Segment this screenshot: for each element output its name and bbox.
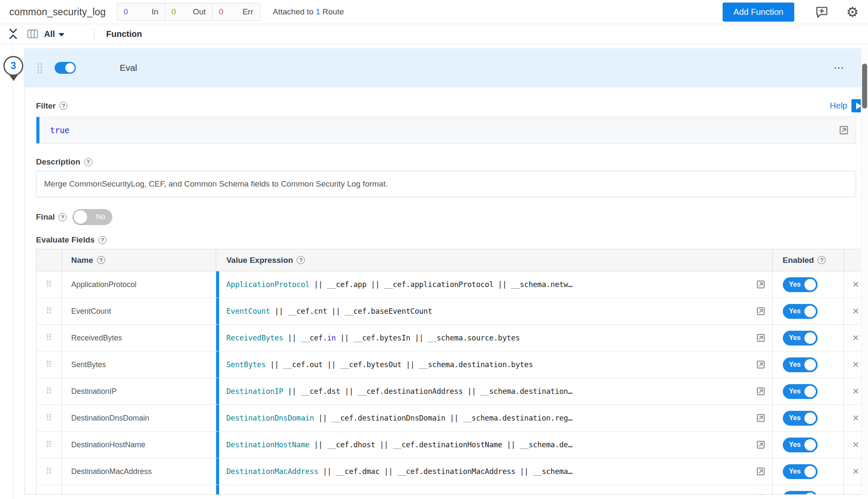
row-drag-handle[interactable]: ⠿ [36,432,62,458]
description-label: Description [36,157,81,167]
name-help-icon[interactable]: ? [97,256,105,264]
expression-text: SentBytes || __cef.out || __cef.bytesOut… [226,360,533,369]
description-help-icon[interactable]: ? [84,158,92,166]
row-drag-handle[interactable]: ⠿ [36,298,62,325]
remove-row-icon[interactable]: ✕ [852,280,860,289]
remove-row-icon[interactable]: ✕ [852,360,860,369]
row-drag-handle[interactable]: ⠿ [36,271,62,298]
field-name-cell[interactable] [62,485,216,495]
value-expression-cell[interactable]: DestinationMacAddress || __cef.dmac || _… [216,458,773,485]
enabled-toggle[interactable]: Yes [783,277,818,292]
filter-expression-input[interactable]: true [36,117,856,144]
final-toggle[interactable]: No [72,209,112,225]
pipeline-content: 3 ⣿ Eval ⋯ Filter ? Help [0,44,868,499]
help-link[interactable]: Help [830,99,865,112]
field-name-cell[interactable]: DestinationMacAddress [62,458,216,485]
enabled-toggle[interactable]: Yes [783,357,818,372]
expression-text: EventCount || __cef.cnt || __cef.baseEve… [226,307,432,315]
value-expression-cell[interactable]: EventCount || __cef.cnt || __cef.baseEve… [216,298,773,325]
expand-expression-icon[interactable] [755,306,766,317]
enabled-toggle-label: Yes [789,334,801,342]
function-card-header: ⣿ Eval ⋯ [25,48,868,87]
drag-handle-icon: ⠿ [46,413,52,423]
enabled-toggle[interactable]: Yes [783,438,818,452]
filter-help-icon[interactable]: ? [59,102,67,110]
scrollbar-thumb[interactable] [862,64,867,109]
remove-row-icon[interactable]: ✕ [852,413,860,423]
field-name: SentBytes [71,360,106,369]
expand-expression-icon[interactable] [755,466,766,477]
field-name-cell[interactable]: DestinationHostName [62,432,216,458]
value-expression-cell[interactable]: DestinationIP || __cef.dst || __cef.dest… [216,378,773,405]
expression-help-icon[interactable]: ? [297,256,305,264]
function-drag-handle-icon[interactable]: ⣿ [36,63,44,73]
out-count: 0 [172,7,176,17]
function-enabled-toggle[interactable] [55,62,76,74]
divider [94,28,95,40]
expand-expression-icon[interactable] [755,413,766,424]
enabled-toggle[interactable] [783,491,818,495]
table-row: ⠿ DestinationDnsDomain DestinationDnsDom… [36,405,868,432]
add-comment-button[interactable] [815,5,829,19]
expand-expression-icon[interactable] [755,279,766,290]
expand-expression-icon[interactable] [755,359,766,370]
remove-row-icon[interactable]: ✕ [852,467,860,476]
function-group-dropdown[interactable]: All [44,29,64,39]
final-row: Final ? No [36,209,868,225]
value-expression-cell[interactable]: DestinationDnsDomain || __cef.destinatio… [216,405,773,432]
out-label: Out [193,7,206,17]
field-name-cell[interactable]: DestinationDnsDomain [62,405,216,432]
row-drag-handle[interactable]: ⠿ [36,405,62,432]
expand-expression-icon[interactable] [755,493,766,495]
field-name-cell[interactable]: ApplicationProtocol [62,271,216,298]
evaluate-fields-help-icon[interactable]: ? [98,236,106,244]
table-row: ⠿ DestinationHostName DestinationHostNam… [36,432,868,458]
remove-row-icon[interactable]: ✕ [852,440,860,449]
value-expression-cell[interactable]: ApplicationProtocol || __cef.app || __ce… [216,271,773,298]
row-drag-handle[interactable]: ⠿ [36,351,62,378]
remove-row-icon[interactable]: ✕ [852,493,860,495]
panel-title: Function [106,29,142,39]
description-input[interactable]: Merge CommonSecurityLog, CEF, and Common… [36,171,856,197]
enabled-toggle[interactable]: Yes [783,464,818,479]
expand-expression-icon[interactable] [755,439,766,450]
field-name-cell[interactable]: EventCount [62,298,216,325]
field-name-cell[interactable]: DestinationIP [62,378,216,405]
expand-expression-icon[interactable] [755,332,766,343]
expand-filter-icon[interactable] [838,124,850,136]
value-expression-cell[interactable]: SentBytes || __cef.out || __cef.bytesOut… [216,351,773,378]
value-expression-cell[interactable]: ReceivedBytes || __cef.in || __cef.bytes… [216,325,773,351]
function-card: ⣿ Eval ⋯ Filter ? Help true [25,48,868,495]
final-help-icon[interactable]: ? [58,213,67,221]
row-drag-handle[interactable]: ⠿ [36,458,62,485]
row-drag-handle[interactable]: ⠿ [36,485,62,495]
field-name-cell[interactable]: ReceivedBytes [62,325,216,351]
add-function-button[interactable]: Add Function [723,3,795,22]
stat-out: 0 Out [165,3,212,20]
enabled-toggle[interactable]: Yes [783,304,818,319]
enabled-toggle[interactable]: Yes [783,331,818,346]
enabled-toggle[interactable]: Yes [783,384,818,399]
row-drag-handle[interactable]: ⠿ [36,325,62,351]
function-menu-ellipsis[interactable]: ⋯ [834,62,845,74]
row-drag-handle[interactable]: ⠿ [36,378,62,405]
remove-row-icon[interactable]: ✕ [852,333,860,343]
enabled-cell: Yes [772,271,843,298]
columns-view-button[interactable] [27,29,38,39]
value-expression-cell[interactable] [216,485,773,495]
value-expression-cell[interactable]: DestinationHostName || __cef.dhost || __… [216,432,773,458]
remove-row-icon[interactable]: ✕ [852,307,860,316]
enabled-toggle[interactable]: Yes [783,411,818,426]
enabled-help-icon[interactable]: ? [818,256,826,264]
filter-header-row: Filter ? Help [36,99,868,112]
expression-accent-bar [216,351,219,378]
field-name-cell[interactable]: SentBytes [62,351,216,378]
evaluate-fields-body: ⠿ ApplicationProtocol ApplicationProtoco… [36,271,868,495]
handle-column-header [36,249,62,271]
expand-expression-icon[interactable] [755,386,766,397]
collapse-all-button[interactable] [8,28,18,39]
expression-accent-bar [216,271,219,298]
settings-button[interactable]: ⚙ [846,5,859,19]
vertical-scrollbar [861,48,868,495]
remove-row-icon[interactable]: ✕ [852,387,860,396]
